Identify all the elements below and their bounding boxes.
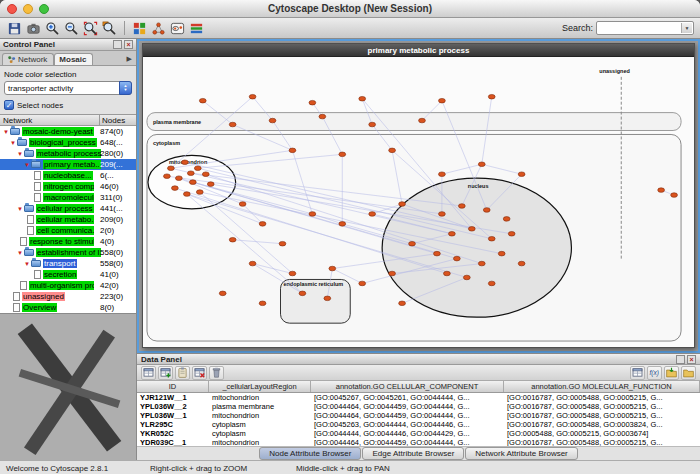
network-canvas[interactable]: plasma membranecytoplasmmitochondrionnuc… — [143, 57, 694, 347]
network-node[interactable] — [389, 271, 396, 276]
network-node[interactable] — [439, 212, 446, 217]
network-node[interactable] — [463, 275, 470, 280]
network-node[interactable] — [369, 122, 376, 127]
table-cell[interactable]: [GO:0045267, GO:0045261, GO:0044444, G..… — [311, 393, 504, 402]
tree-item[interactable]: ▼primary metab...209(... — [0, 159, 136, 170]
grid-icon[interactable] — [630, 366, 645, 380]
search-input[interactable] — [597, 22, 681, 34]
network-node[interactable] — [503, 217, 510, 222]
table-cell[interactable]: [GO:0044444, GO:0044446, GO:0044429, G..… — [311, 429, 504, 438]
network-node[interactable] — [339, 222, 346, 227]
table-cell[interactable]: [GO:0016787, GO:0005488, GO:0005215, G..… — [504, 411, 700, 420]
network-node[interactable] — [478, 162, 485, 167]
network-node[interactable] — [458, 204, 465, 209]
tab-node-attribute-browser[interactable]: Node Attribute Browser — [259, 447, 361, 460]
expand-arrow-icon[interactable]: ▼ — [16, 206, 24, 212]
tree-item[interactable]: nitrogen compo...46(0) — [0, 181, 136, 192]
network-node[interactable] — [488, 94, 495, 99]
network-node[interactable] — [164, 174, 171, 179]
mosaic-grid-icon[interactable] — [131, 20, 148, 37]
search-dropdown-icon[interactable]: ▼ — [681, 23, 692, 33]
tab-edge-attribute-browser[interactable]: Edge Attribute Browser — [362, 447, 464, 460]
table-row[interactable]: YJR121W__1mitochondrion[GO:0045267, GO:0… — [137, 393, 700, 402]
tree-item[interactable]: multi-organism pro...42(0) — [0, 280, 136, 291]
close-data-panel-icon[interactable]: × — [687, 355, 696, 364]
zoom-out-icon[interactable] — [63, 20, 80, 37]
table-cell[interactable]: [GO:0016787, GO:0005488, GO:0003824, G..… — [504, 420, 700, 429]
select-nodes-checkbox[interactable] — [4, 100, 14, 110]
table-cell[interactable]: YDR039C__1 — [137, 438, 209, 446]
network-node[interactable] — [483, 208, 490, 213]
table-cell[interactable]: plasma membrane — [209, 402, 311, 411]
legend-icon[interactable] — [188, 20, 205, 37]
network-node[interactable] — [518, 261, 525, 266]
expand-arrow-icon[interactable]: ▼ — [23, 261, 31, 267]
network-node[interactable] — [175, 176, 182, 181]
network-node[interactable] — [439, 172, 446, 177]
network-node[interactable] — [434, 251, 441, 256]
select-columns-icon[interactable] — [141, 366, 156, 380]
network-node[interactable] — [498, 251, 505, 256]
network-node[interactable] — [329, 266, 336, 271]
tree-item[interactable]: ▼transport558(0) — [0, 258, 136, 269]
table-cell[interactable]: cytoplasm — [209, 420, 311, 429]
zoom-selected-icon[interactable] — [101, 20, 118, 37]
network-node[interactable] — [399, 202, 406, 207]
network-node[interactable] — [187, 171, 194, 176]
network-node[interactable] — [444, 271, 451, 276]
network-node[interactable] — [259, 222, 266, 227]
network-node[interactable] — [196, 190, 203, 195]
table-cell[interactable]: YPL036W__2 — [137, 402, 209, 411]
network-node[interactable] — [202, 172, 209, 177]
tree-item[interactable]: response to stimul...4(0) — [0, 236, 136, 247]
column-header[interactable]: _cellularLayoutRegion — [209, 381, 311, 392]
network-node[interactable] — [658, 188, 665, 193]
table-cell[interactable]: cytoplasm — [209, 429, 311, 438]
trash-icon[interactable] — [209, 366, 224, 380]
network-node[interactable] — [171, 186, 178, 191]
tab-network[interactable]: Network — [2, 53, 54, 65]
table-row[interactable]: YPL036W__2plasma membrane[GO:0044464, GO… — [137, 402, 700, 411]
network-node[interactable] — [229, 237, 236, 242]
network-node[interactable] — [259, 301, 266, 306]
tree-item[interactable]: secretion41(0) — [0, 269, 136, 280]
table-cell[interactable]: YLR295C — [137, 420, 209, 429]
expand-arrow-icon[interactable]: ▼ — [23, 162, 31, 168]
network-node[interactable] — [219, 291, 226, 296]
save-session-icon[interactable] — [6, 20, 23, 37]
network-node[interactable] — [239, 202, 246, 207]
table-row[interactable]: YPL036W__1mitochondrion[GO:0044464, GO:0… — [137, 411, 700, 420]
network-node[interactable] — [189, 180, 196, 185]
region-layout-icon[interactable] — [169, 20, 186, 37]
node-color-select[interactable]: transporter activity ▲▼ — [4, 81, 132, 95]
network-node[interactable] — [249, 261, 256, 266]
network-node[interactable] — [199, 98, 206, 103]
table-row[interactable]: YKR052Ccytoplasm[GO:0044444, GO:0044446,… — [137, 429, 700, 438]
tree-item[interactable]: ▼cellular process441(... — [0, 203, 136, 214]
table-cell[interactable]: [GO:0044464, GO:0044459, GO:0044444, G..… — [311, 402, 504, 411]
network-node[interactable] — [269, 118, 276, 123]
table-cell[interactable]: [GO:0016787, GO:0005488, GO:0005215, G..… — [504, 402, 700, 411]
table-cell[interactable]: mitochondrion — [209, 438, 311, 446]
network-node[interactable] — [369, 212, 376, 217]
network-node[interactable] — [468, 227, 475, 232]
table-cell[interactable]: [GO:0045263, GO:0044444, GO:0044446, G..… — [311, 420, 504, 429]
network-node[interactable] — [181, 160, 188, 165]
function-icon[interactable]: f(x) — [647, 366, 662, 380]
network-node[interactable] — [194, 166, 201, 171]
column-header[interactable]: ID — [137, 381, 209, 392]
network-node[interactable] — [324, 296, 331, 301]
expand-arrow-icon[interactable]: ▼ — [16, 151, 24, 157]
network-node[interactable] — [488, 281, 495, 286]
column-header[interactable]: annotation.GO CELLULAR_COMPONENT — [311, 381, 504, 392]
table-cell[interactable]: YJR121W__1 — [137, 393, 209, 402]
network-node[interactable] — [289, 271, 296, 276]
network-node[interactable] — [207, 182, 214, 187]
expand-arrow-icon[interactable]: ▼ — [2, 129, 10, 135]
network-node[interactable] — [508, 231, 515, 236]
tree-item[interactable]: Overview8(0) — [0, 302, 136, 313]
network-node[interactable] — [409, 241, 416, 246]
folder-icon[interactable] — [681, 366, 696, 380]
table-row[interactable]: YDR039C__1mitochondrion[GO:0044464, GO:0… — [137, 438, 700, 446]
network-node[interactable] — [453, 256, 460, 261]
